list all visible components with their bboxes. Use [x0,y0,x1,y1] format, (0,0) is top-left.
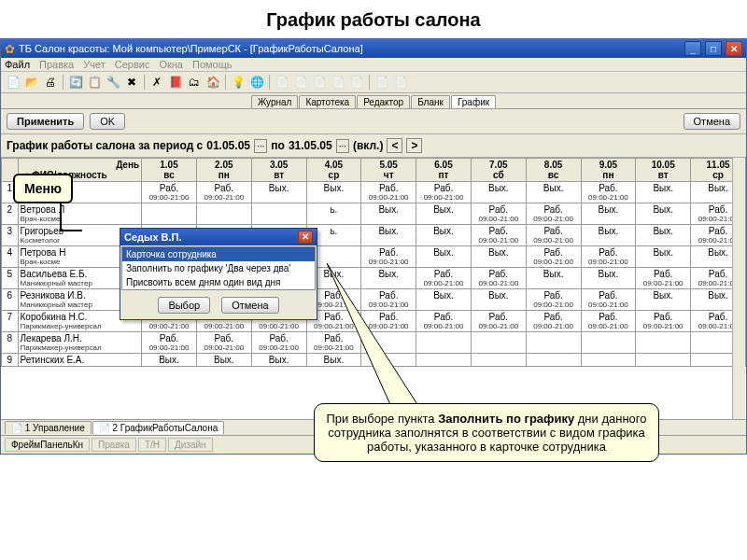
bulb-icon[interactable]: 💡 [230,74,247,91]
schedule-cell[interactable]: Вых. [142,354,197,367]
schedule-cell[interactable]: Вых. [251,182,306,203]
schedule-cell[interactable] [471,332,526,354]
schedule-cell[interactable] [416,354,472,367]
schedule-cell[interactable]: Раб.09:00-21:00 [361,246,416,268]
card-icon[interactable]: 🗂 [186,74,203,91]
book-icon[interactable]: 📕 [167,74,184,91]
schedule-cell[interactable]: Вых. [471,289,526,311]
close-button[interactable]: ✕ [726,41,742,56]
schedule-cell[interactable]: Вых. [636,203,691,225]
schedule-cell[interactable]: Раб.09:00-21:00 [251,332,306,354]
open-icon[interactable]: 📂 [23,74,40,91]
doc6-icon[interactable]: 📄 [348,74,365,91]
schedule-cell[interactable]: Вых. [581,225,636,246]
schedule-cell[interactable]: Раб.09:00-21:00 [471,268,526,289]
schedule-cell[interactable]: Раб.09:00-21:00 [306,332,361,354]
print-icon[interactable]: 🖨 [42,74,59,91]
tab-editor[interactable]: Редактор [357,95,410,108]
to-picker-button[interactable]: ··· [336,139,349,153]
popup-item-fill[interactable]: Заполнить по графику 'Два через два' [122,261,315,275]
menu-windows[interactable]: Окна [159,59,183,70]
schedule-cell[interactable]: Раб.09:00-21:00 [581,311,636,332]
apply-button[interactable]: Применить [7,113,84,130]
schedule-cell[interactable] [636,332,691,354]
schedule-cell[interactable]: Раб.09:00-21:00 [581,182,636,203]
schedule-cell[interactable]: Раб.09:00-21:00 [471,225,526,246]
doc3-icon[interactable]: 📄 [292,74,309,91]
schedule-cell[interactable]: Вых. [306,354,361,367]
schedule-cell[interactable]: Раб.09:00-21:00 [361,289,416,311]
minimize-button[interactable]: _ [684,41,701,56]
schedule-cell[interactable]: Раб.09:00-21:00 [471,203,526,225]
popup-item-card[interactable]: Карточка сотрудника [122,247,315,261]
sheet-tab-2[interactable]: 📄 2 ГрафикРаботыСалона [92,421,225,434]
popup-close-button[interactable]: ✕ [298,231,313,244]
schedule-cell[interactable]: Раб.09:00-21:00 [581,289,636,311]
menu-help[interactable]: Помощь [192,59,233,70]
schedule-cell[interactable]: Вых. [471,182,526,203]
doc8-icon[interactable]: 📄 [392,74,409,91]
schedule-cell[interactable]: Раб.09:00-21:00 [361,311,416,332]
schedule-cell[interactable]: Вых. [361,203,416,225]
schedule-cell[interactable] [636,354,691,367]
schedule-cell[interactable]: Раб.09:00-21:00 [142,332,197,354]
schedule-cell[interactable]: Вых. [636,246,691,268]
schedule-cell[interactable]: Вых. [416,225,472,246]
menu-service[interactable]: Сервис [115,59,150,70]
popup-item-assign[interactable]: Присвоить всем дням один вид дня [122,275,315,289]
schedule-cell[interactable] [581,354,636,367]
schedule-cell[interactable]: Вых. [306,182,361,203]
employee-cell[interactable]: Ретинских Е.А. [18,354,142,367]
schedule-cell[interactable]: Раб.09:00-21:00 [471,311,526,332]
schedule-cell[interactable]: Вых. [581,203,636,225]
new-icon[interactable]: 📄 [5,74,21,91]
tab-schedule[interactable]: График [451,95,496,108]
home-icon[interactable]: 🏠 [204,74,221,91]
schedule-cell[interactable]: Раб.09:00-21:00 [416,182,472,203]
schedule-cell[interactable]: Вых. [526,182,581,203]
tab-cardfile[interactable]: Картотека [299,95,356,108]
x-icon[interactable]: ✗ [148,74,165,91]
schedule-cell[interactable] [526,332,581,354]
schedule-cell[interactable] [142,203,197,225]
schedule-cell[interactable]: Вых. [196,354,251,367]
schedule-cell[interactable]: Вых. [636,182,691,203]
schedule-cell[interactable]: Раб.09:00-21:00 [196,182,251,203]
maximize-button[interactable]: □ [705,41,722,56]
schedule-cell[interactable]: Вых. [361,268,416,289]
vertical-scrollbar[interactable] [732,158,745,419]
popup-cancel-button[interactable]: Отмена [221,297,278,314]
schedule-cell[interactable]: Вых. [526,268,581,289]
employee-cell[interactable]: Лекарева Л.Н.Парикмахер-универсал [18,332,142,354]
schedule-cell[interactable]: Вых. [636,289,691,311]
menu-file[interactable]: Файл [5,59,30,70]
schedule-cell[interactable] [251,203,306,225]
schedule-cell[interactable]: Раб.09:00-21:00 [581,246,636,268]
schedule-cell[interactable]: Вых. [416,246,472,268]
schedule-cell[interactable] [361,332,416,354]
schedule-cell[interactable] [196,203,251,225]
schedule-cell[interactable]: Вых. [636,225,691,246]
schedule-cell[interactable]: Раб.09:00-21:00 [526,203,581,225]
schedule-cell[interactable]: Раб.09:00-21:00 [416,311,472,332]
schedule-cell[interactable]: Раб.09:00-21:00 [526,289,581,311]
tab-journal[interactable]: Журнал [251,95,299,108]
globe-icon[interactable]: 🌐 [248,74,265,91]
doc7-icon[interactable]: 📄 [374,74,390,91]
schedule-cell[interactable] [361,354,416,367]
schedule-cell[interactable]: Раб.09:00-21:00 [526,246,581,268]
menu-edit[interactable]: Правка [39,59,74,70]
schedule-cell[interactable]: Раб.09:00-21:00 [196,332,251,354]
schedule-cell[interactable]: Вых. [581,268,636,289]
schedule-cell[interactable]: Раб.09:00-21:00 [526,311,581,332]
schedule-cell[interactable]: Раб.09:00-21:00 [416,268,472,289]
doc2-icon[interactable]: 📄 [274,74,290,91]
menu-account[interactable]: Учет [83,59,106,70]
schedule-cell[interactable]: Вых. [471,246,526,268]
doc5-icon[interactable]: 📄 [330,74,346,91]
ok-button[interactable]: OK [90,113,125,130]
schedule-cell[interactable]: Вых. [361,225,416,246]
schedule-cell[interactable] [526,354,581,367]
schedule-cell[interactable]: Раб.09:00-21:00 [361,182,416,203]
prev-period-button[interactable]: < [387,138,402,153]
